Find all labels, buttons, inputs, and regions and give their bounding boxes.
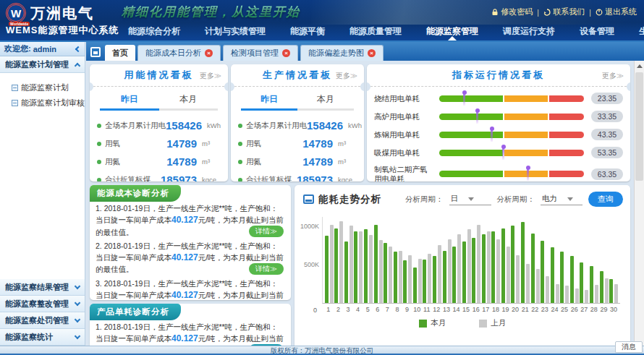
period-select[interactable]: 日 [449,193,491,205]
bar-本月 [354,231,357,303]
bar-上月 [585,290,588,303]
tab-yesterday[interactable]: 昨日 [241,91,297,111]
query-button[interactable]: 查询 [588,192,623,207]
nav-item-equipment[interactable]: 设备管理 [567,23,627,40]
bar-本月 [491,231,495,303]
bullet-dot-icon [97,124,101,128]
bar-上月 [595,285,598,303]
bar-本月 [364,229,368,303]
sidebar-item-supervision-plan-audit[interactable]: 能源监察计划审核 [0,95,85,111]
vertical-scrollbar[interactable] [634,61,644,346]
nav-item-energy-quality[interactable]: 能源质量管理 [337,23,414,40]
metric-row: 用氧 14789 m³ [97,134,221,153]
nav-item-energy-balance[interactable]: 能源平衡 [278,23,337,40]
bar-上月 [379,240,383,303]
x-tick: 9 [402,306,412,313]
tab-energy-cost-analysis[interactable]: 能源成本日分析 × [137,45,221,61]
bar-本月 [384,243,387,303]
footer: 版权所有：万洲电气股份有限公司 消息 [0,346,644,355]
contact-icon [543,9,551,16]
x-tick: 3 [343,306,353,313]
detail-button[interactable]: 详情≫ [249,226,284,237]
power-icon [596,9,603,16]
bar-group [442,217,452,303]
energy-type-select[interactable]: 电力 [541,193,582,205]
close-icon[interactable]: × [205,49,213,57]
nav-item-energy-analysis[interactable]: 能源综合分析 [116,23,192,40]
x-tick: 15 [461,306,471,313]
nav-item-plan-management[interactable]: 计划与实绩管理 [192,23,278,40]
contact-us-link[interactable]: 联系我们 [543,7,585,17]
tab-home[interactable]: 首页 [105,45,135,61]
sidebar-group-statistics[interactable]: 能源监察统计 [0,329,85,346]
logo-w-icon: W Worldwide [6,3,26,23]
logout-link[interactable]: 退出系统 [596,7,637,17]
bar-group [560,217,570,303]
more-link[interactable]: 更多≫ [602,71,624,81]
x-axis-origin-tick: 0 [313,307,317,314]
gauge-row-blast-furnace: 高炉用电单耗 33.35 [374,111,623,122]
gauge-row-oxygen-station: 制氧站二期产氧用电单耗 63.35 [374,165,623,181]
y-axis-tick: 1000K [297,223,319,230]
tab-yesterday[interactable]: 昨日 [100,91,159,111]
tab-this-month[interactable]: 本月 [297,91,354,111]
sidebar-group-rectification[interactable]: 能源监察整改管理 [0,296,85,312]
x-tick: 24 [550,306,560,313]
legend-current-month[interactable]: 本月 [419,318,446,328]
gauge-value-badge: 43.35 [591,129,623,140]
bar-本月 [325,236,329,303]
welcome-label: 欢迎您: [4,43,31,54]
more-link[interactable]: 更多≫ [336,71,357,81]
bar-本月 [472,238,475,303]
bullet-dot-icon [97,142,101,146]
bar-本月 [501,228,505,303]
bar-上月 [408,255,412,303]
bar-本月 [570,256,574,303]
metric-row: 用氧 14789 m³ [238,134,357,153]
bar-上月 [438,245,441,303]
bar-本月 [580,262,583,303]
sidebar-collapse-icon[interactable] [75,46,81,51]
message-button[interactable]: 消息 [615,341,643,353]
sidebar-group-plan-management[interactable]: 能源监察计划管理 [0,56,85,73]
bar-上月 [614,284,618,303]
close-icon[interactable]: × [368,49,376,57]
bar-group [373,217,384,303]
main-nav: 能源综合分析 计划与实绩管理 能源平衡 能源质量管理 能源监察管理 调度运行支持… [116,23,644,40]
bar-上月 [359,231,363,303]
tab-energy-deviation-trend[interactable]: 能源偏差走势图 × [300,45,384,61]
nav-item-production-data[interactable]: 生产数据录入 [627,23,644,40]
energy-type-label: 分析周期： [497,194,535,205]
tab-list-icon[interactable] [90,47,101,57]
scrollbar-thumb[interactable] [635,72,643,181]
nav-item-dispatch-support[interactable]: 调度运行支持 [491,23,567,40]
gauge-value-badge: 33.35 [591,111,623,122]
x-tick: 23 [540,306,550,313]
tab-detection-project[interactable]: 检测项目管理 × [223,45,298,61]
legend-swatch-icon [479,320,487,328]
monitor-icon [303,194,314,204]
detail-button[interactable]: 详情≫ [249,263,284,275]
bar-group [569,217,580,303]
change-password-link[interactable]: 修改密码 [491,7,533,17]
chevron-down-icon [468,197,474,201]
sidebar-group-result-management[interactable]: 能源监察结果管理 [0,279,85,296]
close-icon[interactable]: × [282,49,290,57]
bar-本月 [423,260,426,303]
more-link[interactable]: 更多≫ [200,71,221,81]
scroll-up-icon[interactable] [635,61,644,71]
gauge-value-badge: 53.35 [591,147,623,158]
sidebar-item-supervision-plan[interactable]: 能源监察计划 [0,80,85,95]
bar-上月 [526,264,530,303]
tab-this-month[interactable]: 本月 [159,91,219,111]
sidebar-group-punishment[interactable]: 能源监察处罚管理 [0,312,85,329]
username: admin [33,45,56,54]
bullet-dot-icon [238,142,242,146]
indicators-panel: 指标运行情况看板 更多≫ 烧结用电单耗 23.35 [367,64,630,181]
bullet-dot-icon [97,160,101,164]
bar-上月 [349,226,353,303]
legend-previous-month[interactable]: 上月 [479,318,506,328]
x-tick: 13 [441,306,452,313]
chart-title: 能耗走势分析 [318,193,381,206]
nav-item-energy-supervision[interactable]: 能源监察管理 [414,23,491,40]
